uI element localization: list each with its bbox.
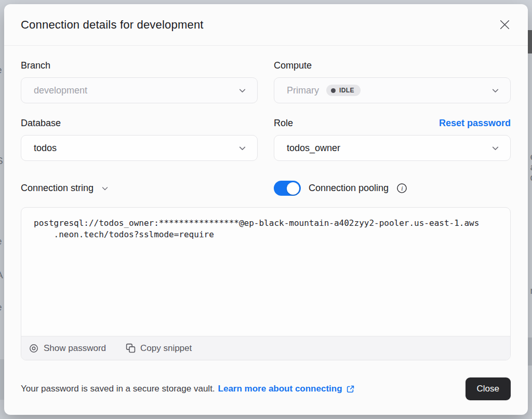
dialog-footer: Your password is saved in a secure stora… xyxy=(21,377,511,400)
background-text-fragment: S xyxy=(0,156,3,166)
connection-details-dialog: Connection details for development Branc… xyxy=(4,4,528,415)
branch-field: Branch development xyxy=(21,60,258,103)
compute-field: Compute Primary IDLE xyxy=(274,60,511,103)
background-text-fragment: e xyxy=(530,152,532,161)
connection-string-dropdown[interactable]: Connection string xyxy=(21,183,258,194)
external-link-icon xyxy=(346,385,355,394)
background-band xyxy=(528,337,532,366)
connection-options-row: Connection string Connection pooling i xyxy=(21,181,511,196)
connection-string-actions: Show password Copy snippet xyxy=(21,336,510,360)
compute-value: Primary xyxy=(287,85,319,96)
background-text-fragment: e xyxy=(0,302,2,312)
background-text-fragment: a xyxy=(530,162,532,172)
dialog-title: Connection details for development xyxy=(21,18,204,32)
branch-select[interactable]: development xyxy=(21,77,258,103)
password-vault-note: Your password is saved in a secure stora… xyxy=(21,384,355,394)
background-text-fragment: A xyxy=(0,270,3,280)
status-dot xyxy=(331,88,336,93)
status-badge-label: IDLE xyxy=(339,87,354,94)
connection-string-text[interactable]: postgresql://todos_owner:***************… xyxy=(21,208,510,336)
chevron-down-icon xyxy=(101,184,109,193)
branch-value: development xyxy=(34,85,87,96)
database-field: Database todos xyxy=(21,118,258,161)
learn-more-label: Learn more about connecting xyxy=(218,384,342,394)
chevron-down-icon xyxy=(491,144,500,153)
compute-label: Compute xyxy=(274,60,312,71)
background-band xyxy=(0,359,4,400)
connection-pooling-label: Connection pooling xyxy=(309,183,389,194)
role-select[interactable]: todos_owner xyxy=(274,135,511,161)
chevron-down-icon xyxy=(491,86,500,95)
copy-snippet-button[interactable]: Copy snippet xyxy=(122,341,196,356)
connection-string-box: postgresql://todos_owner:***************… xyxy=(21,207,511,360)
toggle-knob xyxy=(287,182,299,195)
database-select[interactable]: todos xyxy=(21,135,258,161)
learn-more-link[interactable]: Learn more about connecting xyxy=(218,384,355,394)
background-text-fragment: e xyxy=(0,236,2,246)
compute-select[interactable]: Primary IDLE xyxy=(274,77,511,103)
role-label: Role xyxy=(274,118,293,129)
database-label: Database xyxy=(21,118,61,129)
branch-label: Branch xyxy=(21,60,50,71)
info-icon[interactable]: i xyxy=(396,183,407,194)
background-text-fragment: d xyxy=(530,172,532,182)
connection-string-label: Connection string xyxy=(21,183,94,194)
status-badge: IDLE xyxy=(326,85,361,96)
role-value: todos_owner xyxy=(287,143,340,154)
reset-password-link[interactable]: Reset password xyxy=(439,118,511,129)
copy-snippet-label: Copy snippet xyxy=(140,343,192,354)
role-field: Role Reset password todos_owner xyxy=(274,118,511,161)
background-dark-element xyxy=(527,30,532,53)
svg-text:i: i xyxy=(401,185,403,192)
show-password-button[interactable]: Show password xyxy=(24,341,110,356)
copy-icon xyxy=(126,343,136,353)
password-vault-text: Your password is saved in a secure stora… xyxy=(21,384,215,394)
chevron-down-icon xyxy=(238,144,247,153)
background-text-fragment: e xyxy=(0,65,2,75)
chevron-down-icon xyxy=(238,86,247,95)
close-button[interactable]: Close xyxy=(466,377,511,400)
connection-pooling-row: Connection pooling i xyxy=(274,181,511,196)
x-icon xyxy=(499,19,511,31)
eye-icon xyxy=(29,343,39,354)
show-password-label: Show password xyxy=(44,343,106,354)
connection-form: Branch development Compute Primary xyxy=(21,60,511,161)
dialog-header: Connection details for development xyxy=(4,4,528,46)
database-value: todos xyxy=(34,143,57,154)
connection-pooling-toggle[interactable] xyxy=(274,181,301,196)
background-text-fragment: n xyxy=(530,286,532,295)
dialog-body: Branch development Compute Primary xyxy=(4,46,528,415)
close-icon[interactable] xyxy=(496,16,513,34)
